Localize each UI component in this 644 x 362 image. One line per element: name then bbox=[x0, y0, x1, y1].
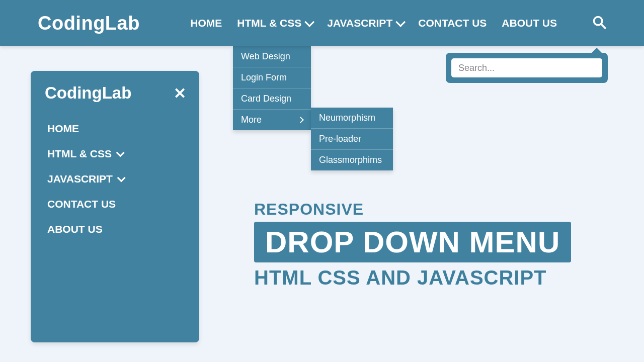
nav-htmlcss-label: HTML & CSS bbox=[237, 17, 301, 29]
dropdown-item-label: Login Form bbox=[241, 72, 287, 83]
sidebar-item-contact[interactable]: CONTACT US bbox=[47, 198, 189, 210]
sidebar-item-htmlcss[interactable]: HTML & CSS bbox=[47, 148, 189, 160]
hero-main: DROP DOWN MENU bbox=[254, 222, 571, 262]
submenu-item-label: Neumorphism bbox=[319, 113, 375, 123]
chevron-right-icon bbox=[297, 117, 304, 123]
nav-about[interactable]: ABOUT US bbox=[502, 17, 557, 29]
submenu-item-label: Pre-loader bbox=[319, 134, 361, 144]
submenu-item-neumorphism[interactable]: Neumorphism bbox=[311, 108, 393, 128]
sidebar: CodingLab ✕ HOME HTML & CSS JAVASCRIPT C… bbox=[31, 71, 199, 342]
sidebar-item-javascript[interactable]: JAVASCRIPT bbox=[47, 173, 189, 185]
sidebar-item-home[interactable]: HOME bbox=[47, 123, 189, 135]
nav-home[interactable]: HOME bbox=[190, 17, 222, 29]
search-icon[interactable] bbox=[592, 15, 606, 31]
hero-sub: HTML CSS AND JAVASCRIPT bbox=[254, 266, 571, 289]
sidebar-item-label: JAVASCRIPT bbox=[47, 173, 113, 185]
brand-logo: CodingLab bbox=[38, 13, 140, 34]
sidebar-header: CodingLab ✕ bbox=[45, 83, 189, 103]
dropdown-item-label: Web Design bbox=[241, 51, 290, 62]
top-navbar: CodingLab HOME HTML & CSS JAVASCRIPT CON… bbox=[0, 0, 644, 46]
nav-javascript-label: JAVASCRIPT bbox=[327, 17, 392, 29]
search-popup bbox=[446, 53, 608, 83]
dropdown-item-loginform[interactable]: Login Form bbox=[233, 67, 311, 88]
search-input[interactable] bbox=[451, 58, 602, 77]
dropdown-item-label: More bbox=[241, 115, 262, 125]
submenu-more: Neumorphism Pre-loader Glassmorphims bbox=[311, 108, 393, 170]
nav-home-label: HOME bbox=[190, 17, 222, 29]
svg-line-1 bbox=[601, 24, 605, 28]
sidebar-items: HOME HTML & CSS JAVASCRIPT CONTACT US AB… bbox=[45, 123, 189, 235]
hero: RESPONSIVE DROP DOWN MENU HTML CSS AND J… bbox=[254, 200, 571, 289]
sidebar-item-label: ABOUT US bbox=[47, 223, 103, 235]
sidebar-logo: CodingLab bbox=[45, 83, 131, 103]
chevron-down-icon bbox=[117, 173, 126, 182]
chevron-down-icon bbox=[116, 148, 125, 157]
sidebar-item-label: CONTACT US bbox=[47, 198, 116, 210]
sidebar-item-label: HOME bbox=[47, 123, 79, 135]
submenu-item-preloader[interactable]: Pre-loader bbox=[311, 128, 393, 149]
nav-about-label: ABOUT US bbox=[502, 17, 557, 29]
submenu-item-glassmorphims[interactable]: Glassmorphims bbox=[311, 149, 393, 170]
sidebar-item-label: HTML & CSS bbox=[47, 148, 112, 160]
chevron-down-icon bbox=[395, 17, 406, 27]
dropdown-item-carddesign[interactable]: Card Design bbox=[233, 88, 311, 109]
dropdown-item-webdesign[interactable]: Web Design bbox=[233, 46, 311, 67]
nav-htmlcss[interactable]: HTML & CSS bbox=[237, 17, 312, 29]
close-icon[interactable]: ✕ bbox=[174, 84, 186, 102]
dropdown-item-more[interactable]: More bbox=[233, 109, 311, 130]
nav-contact-label: CONTACT US bbox=[418, 17, 487, 29]
nav-contact[interactable]: CONTACT US bbox=[418, 17, 487, 29]
chevron-down-icon bbox=[305, 17, 315, 27]
submenu-item-label: Glassmorphims bbox=[319, 155, 382, 165]
hero-sup: RESPONSIVE bbox=[254, 200, 571, 219]
sidebar-item-about[interactable]: ABOUT US bbox=[47, 223, 189, 235]
dropdown-item-label: Card Design bbox=[241, 94, 291, 104]
dropdown-htmlcss: Web Design Login Form Card Design More bbox=[233, 46, 311, 130]
nav-items: HOME HTML & CSS JAVASCRIPT CONTACT US AB… bbox=[190, 15, 606, 31]
nav-javascript[interactable]: JAVASCRIPT bbox=[327, 17, 403, 29]
